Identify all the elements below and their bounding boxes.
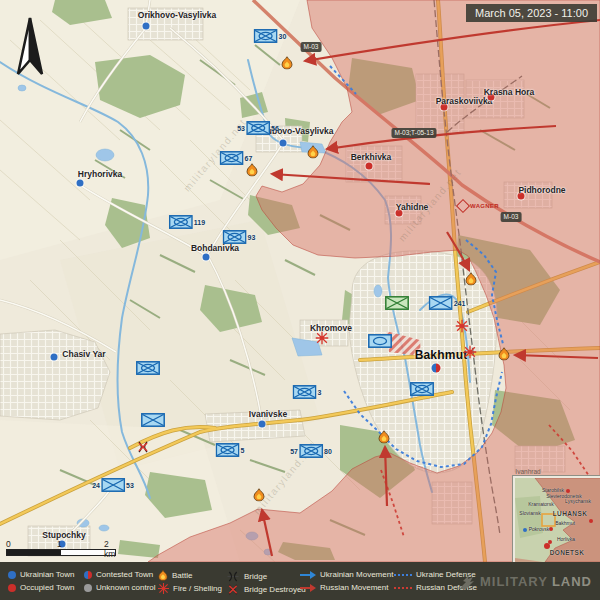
bridge-icon <box>226 571 240 582</box>
inset-label-pokrovsk: Pokrovsk <box>529 526 550 532</box>
legend-item-occupied-town: Occupied Town <box>8 584 75 592</box>
legend-item-russian-movement: Russian Movement <box>300 584 388 592</box>
unit-number: 67 <box>245 155 253 162</box>
unit-number: 24 <box>92 482 100 489</box>
russian-movement-arrow-icon <box>300 584 316 592</box>
scale-one: 1 <box>57 539 62 549</box>
inset-label-kramatorsk: Kramatorsk <box>528 501 554 507</box>
town-label-hryhorivka: Hryhorivka <box>78 169 122 179</box>
ukraine-defense-line-icon <box>394 572 412 578</box>
town-label-bakhmut: Bakhmut <box>415 348 468 362</box>
town-dot-pidhorodne <box>518 193 525 200</box>
wagner-label: WAGNER <box>470 203 499 209</box>
legend-label: Occupied Town <box>20 584 75 592</box>
unit-number: 53 <box>237 125 245 132</box>
inset-label-sloviansk: Sloviansk <box>519 510 540 516</box>
ukrainian-movement-arrow-icon <box>300 571 316 579</box>
scale-bar-graphic <box>6 549 116 556</box>
watermark-layer: militaryland.netmilitaryland.netmilitary… <box>0 0 600 562</box>
unit-icon-mech <box>136 361 160 375</box>
battle-icon <box>498 348 510 361</box>
inset-label-horlivka: Horlivka <box>557 536 575 542</box>
unit-number: 53 <box>126 482 134 489</box>
inset-town-dot <box>589 519 593 523</box>
town-dot-bohdanivka <box>203 254 210 261</box>
legend-label: Fire / Shelling <box>173 585 222 593</box>
legend-label: Ukrainian Town <box>20 571 75 579</box>
contested-town-dot-icon <box>84 571 92 579</box>
town-label-bohdanivka: Bohdanivka <box>191 243 239 253</box>
town-label-dubovo-vasylivka: Dubovo-Vasylivka <box>261 126 334 136</box>
battle-icon <box>307 146 319 159</box>
legend-item-bridge-destroyed: Bridge Destroyed <box>226 584 306 595</box>
unit-icon-inf: 241 <box>429 296 466 310</box>
legend-label: Unknown control <box>96 584 156 592</box>
town-dot-chasiv-yar <box>51 354 58 361</box>
legend-label: Bridge Destroyed <box>244 586 306 594</box>
logo-text-military: MILITARY <box>480 574 548 589</box>
militaryland-logo: MILITARYLAND <box>456 571 592 591</box>
battle-icon <box>281 57 293 70</box>
scale-zero: 0 <box>6 539 11 549</box>
town-label-orikhovo-vasylivka: Orikhovo-Vasylivka <box>138 10 216 20</box>
town-dot-ivanivske <box>259 421 266 428</box>
unit-number: 57 <box>290 448 298 455</box>
town-label-yahidne: Yahidne <box>396 202 429 212</box>
compass-north-icon <box>8 14 52 80</box>
town-label-ivanhrad: Ivanhrad <box>515 468 540 475</box>
unit-icon-mech: 5780 <box>290 444 332 458</box>
unit-icon-mech: 119 <box>169 215 205 229</box>
unknown-control-dot-icon <box>84 584 92 592</box>
unit-number: 3 <box>318 389 322 396</box>
legend-label: Russian Movement <box>320 584 388 592</box>
logo-text-land: LAND <box>552 574 592 589</box>
watermark: militaryland.net <box>396 167 463 244</box>
town-label-berkhivka: Berkhivka <box>351 152 392 162</box>
map-canvas <box>0 0 600 562</box>
town-label-ivanivske: Ivanivske <box>249 409 287 419</box>
town-label-paraskoviivka: Paraskoviivka <box>436 96 493 106</box>
town-dot-paraskoviivka <box>441 104 448 111</box>
unit-icon-mech: 93 <box>223 230 256 244</box>
town-dot-orikhovo-vasylivka <box>143 23 150 30</box>
legend-label: Battle <box>172 572 192 580</box>
unit-number: 30 <box>279 33 287 40</box>
bridge-destroyed-icon <box>136 441 150 453</box>
town-label-khromove: Khromove <box>310 323 352 333</box>
ukrainian-town-dot-icon <box>8 571 16 579</box>
unit-number: 80 <box>324 448 332 455</box>
unit-number: 93 <box>248 234 256 241</box>
eagle-icon <box>456 571 476 591</box>
unit-icon-inf <box>141 413 165 427</box>
inset-label-donetsk: DONETSK <box>550 549 585 556</box>
road-badge: M-03 <box>301 42 322 52</box>
inset-map: StarobilskSievierodonetskLysychanskKrama… <box>513 476 600 564</box>
battle-flame-icon <box>158 570 168 581</box>
town-dot-yahidne <box>396 210 403 217</box>
town-dot-bakhmut <box>432 364 441 373</box>
unit-icon-mech: 5356 <box>237 121 279 135</box>
marker-layer: Orikhovo-VasylivkaDubovo-VasylivkaHryhor… <box>0 0 600 562</box>
battle-icon <box>465 273 477 286</box>
fire-shelling-icon <box>316 332 329 345</box>
legend-item-unknown-control: Unknown control <box>84 584 156 592</box>
town-dot-dubovo-vasylivka <box>280 140 287 147</box>
legend-item-bridge: Bridge <box>226 571 267 582</box>
legend-bar: Ukrainian Town Occupied Town Contested T… <box>0 562 600 600</box>
watermark: militaryland.net <box>251 440 318 517</box>
unit-icon-armor <box>368 334 392 348</box>
map-screenshot: militaryland.netmilitaryland.netmilitary… <box>0 0 600 600</box>
wagner-diamond-icon <box>456 199 470 213</box>
bridge-destroyed-icon <box>226 584 240 595</box>
legend-item-battle: Battle <box>158 570 192 581</box>
battle-icon <box>378 431 390 444</box>
watermark: militaryland.net <box>181 117 248 194</box>
scale-bar: 0 1 2 km <box>6 539 118 556</box>
russian-defense-line-icon <box>394 585 412 591</box>
legend-item-contested-town: Contested Town <box>84 571 153 579</box>
battle-icon <box>253 489 265 502</box>
unit-icon-inf: 2453 <box>92 478 134 492</box>
scale-two: 2 km <box>104 539 118 559</box>
town-label-chasiv-yar: Chasiv Yar <box>62 349 105 359</box>
fire-shelling-icon <box>464 346 477 359</box>
